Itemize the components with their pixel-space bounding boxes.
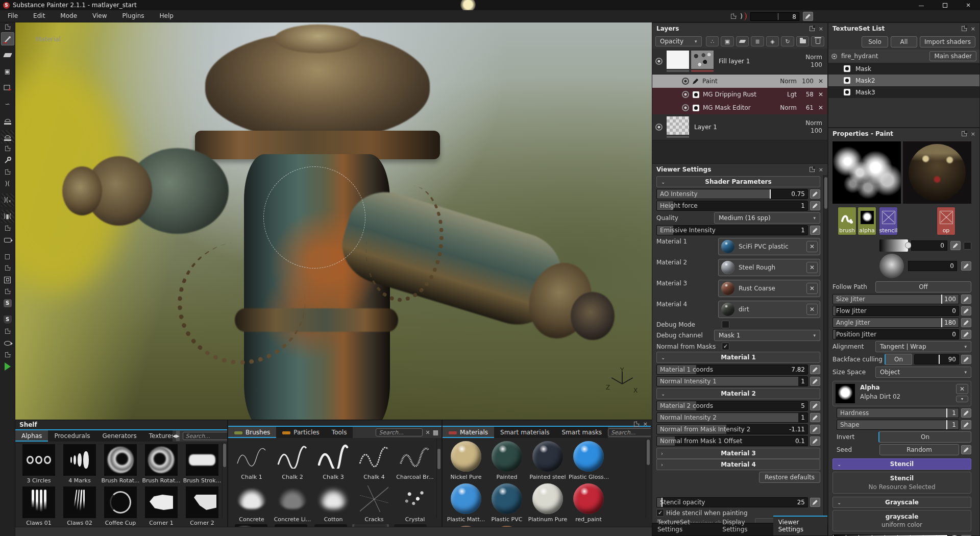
normal-from-masks-checkbox[interactable]: ✓: [722, 343, 729, 350]
edit-value-button[interactable]: [961, 318, 971, 327]
grid-view-icon[interactable]: ▦: [433, 429, 438, 436]
flow-value-box[interactable]: 0: [911, 240, 947, 251]
normal-intensity-2-slider[interactable]: Normal Intensity 21: [656, 412, 808, 423]
effect-opacity[interactable]: 58: [800, 91, 814, 98]
alpha-item[interactable]: Corner 2: [182, 486, 222, 526]
effect-blend[interactable]: Lgt: [776, 91, 797, 98]
stencil-tool-button[interactable]: stencil: [879, 207, 898, 235]
symmetry-x-icon[interactable]: )(ₓ: [1, 193, 14, 207]
edit-value-button[interactable]: [810, 201, 820, 210]
stencil-resource-box[interactable]: Stencil No Resource Selected: [832, 472, 971, 494]
smudge-tool-icon[interactable]: ∽: [1, 98, 14, 111]
detach-icon[interactable]: [1, 328, 14, 334]
detach-icon[interactable]: [810, 26, 815, 31]
polygon-fill-tool-icon[interactable]: [1, 81, 14, 94]
add-effect-button[interactable]: ∴: [706, 36, 719, 46]
paint-tool-icon[interactable]: [1, 32, 14, 45]
layer-mask-thumbnail[interactable]: [667, 51, 689, 69]
alpha-item[interactable]: Brush Rotat...: [141, 444, 181, 484]
material-item[interactable]: Plastic PVC: [487, 483, 527, 523]
solo-button[interactable]: Solo: [862, 36, 888, 47]
grayscale-resource-box[interactable]: grayscale uniform color: [832, 510, 971, 531]
edit-value-button[interactable]: [961, 330, 971, 339]
projection-tool-icon[interactable]: ▣: [1, 65, 14, 78]
maximize-button[interactable]: [933, 0, 957, 10]
hardness-slider[interactable]: Hardness1: [837, 408, 959, 418]
menu-mode[interactable]: Mode: [53, 10, 85, 22]
brush-item[interactable]: Cracks: [354, 483, 394, 523]
layer-thumbnail[interactable]: [667, 116, 689, 135]
layer-blend[interactable]: Norm: [805, 119, 822, 127]
normal-from-mask-1-offset-slider[interactable]: Normal from Mask 1 Offset0.1: [656, 436, 808, 446]
layer-blend[interactable]: Norm: [805, 54, 822, 61]
alpha-item[interactable]: Claws 01: [19, 486, 59, 526]
materials-scrollbar[interactable]: [646, 438, 650, 518]
edit-value-button[interactable]: [961, 295, 971, 304]
all-button[interactable]: All: [891, 36, 917, 47]
restore-defaults-button[interactable]: Restore defaults: [759, 472, 820, 483]
size-jitter-slider[interactable]: Size Jitter100: [832, 294, 959, 304]
effect-blend[interactable]: Norm: [776, 78, 797, 85]
alpha-item[interactable]: Coffee Cup: [101, 486, 140, 526]
layer-opacity[interactable]: 100: [805, 127, 822, 135]
material-item[interactable]: Plastic Gloss...: [569, 441, 608, 480]
perspective-cube-icon[interactable]: □: [1, 250, 14, 263]
radio-icon[interactable]: [831, 54, 837, 59]
add-folder-button[interactable]: [796, 36, 810, 46]
close-icon[interactable]: ×: [971, 26, 975, 32]
tab-textureset-settings[interactable]: TextureSet Settings: [652, 517, 717, 535]
tab-display-settings[interactable]: Display Settings: [717, 517, 773, 535]
material-item[interactable]: Plastic Matt...: [446, 483, 486, 523]
tab-generators[interactable]: Generators: [96, 430, 143, 442]
tab-procedurals[interactable]: Procedurals: [48, 430, 96, 442]
effect-opacity[interactable]: 100: [800, 78, 814, 85]
layer-row-fill-layer-1[interactable]: Fill layer 1 Norm 100: [652, 48, 827, 75]
material-item[interactable]: Painted: [487, 441, 527, 480]
brush-item[interactable]: Chalk 2: [273, 441, 312, 480]
edit-value-button[interactable]: [961, 420, 971, 429]
tab-brushes[interactable]: Brushes: [228, 427, 276, 438]
detach-icon[interactable]: [731, 14, 736, 19]
edit-value-button[interactable]: [810, 377, 820, 386]
edit-value-button[interactable]: [961, 306, 971, 315]
falloff-value-box[interactable]: 0: [908, 261, 957, 271]
material-2-section-header[interactable]: ⌄Material 2: [656, 388, 820, 399]
menu-file[interactable]: File: [0, 10, 26, 22]
edit-value-button[interactable]: [961, 408, 971, 418]
substance-share-icon[interactable]: S: [1, 313, 14, 326]
edit-value-button[interactable]: [961, 445, 971, 454]
add-layer-button[interactable]: ≣: [751, 36, 764, 46]
edit-value-button[interactable]: [961, 261, 971, 271]
op-tool-button[interactable]: op: [937, 207, 955, 235]
layer-material-thumbnail[interactable]: [691, 51, 714, 69]
detach-icon[interactable]: [1, 288, 14, 295]
viewport-3d[interactable]: Material Y X Z: [15, 22, 652, 420]
material-2-coords-slider[interactable]: Material 2 coords5: [656, 401, 808, 411]
alpha-item[interactable]: 3 Circles: [19, 444, 59, 484]
alpha-item[interactable]: Brush Rotat...: [101, 444, 140, 484]
detach-icon[interactable]: [1, 225, 14, 231]
visibility-eye-icon[interactable]: [655, 58, 663, 65]
alpha-item[interactable]: 4 Marks: [60, 444, 100, 484]
menu-edit[interactable]: Edit: [26, 10, 53, 22]
effect-opacity[interactable]: 61: [800, 104, 814, 111]
material-3-picker[interactable]: Rust Coarse ✕: [718, 280, 820, 297]
detach-icon[interactable]: [962, 131, 967, 136]
material-item[interactable]: Platinum Pure: [528, 483, 568, 523]
plugin-play-icon[interactable]: [1, 360, 14, 373]
brush-item[interactable]: Cotton: [313, 483, 353, 523]
environment-preview-thumbnail[interactable]: [903, 141, 971, 204]
brush-tool-button[interactable]: brush: [838, 207, 856, 235]
add-fill-button[interactable]: ▣: [721, 36, 734, 46]
material-picker-tool-icon[interactable]: [1, 154, 14, 167]
brush-item[interactable]: Concrete Li...: [273, 483, 312, 523]
close-icon[interactable]: ×: [819, 166, 823, 173]
edit-value-button[interactable]: [810, 425, 820, 434]
clear-search-icon[interactable]: ✕: [425, 429, 430, 436]
flow-gradient-slider[interactable]: [879, 239, 908, 252]
tab-scroll-left-icon[interactable]: ◀: [173, 431, 176, 441]
visibility-eye-icon[interactable]: [682, 104, 689, 111]
material-1-coords-slider[interactable]: Material 1 coords7.82: [656, 364, 808, 375]
tab-smart-masks[interactable]: Smart masks: [555, 427, 608, 438]
shape-slider[interactable]: Shape1: [837, 420, 959, 430]
